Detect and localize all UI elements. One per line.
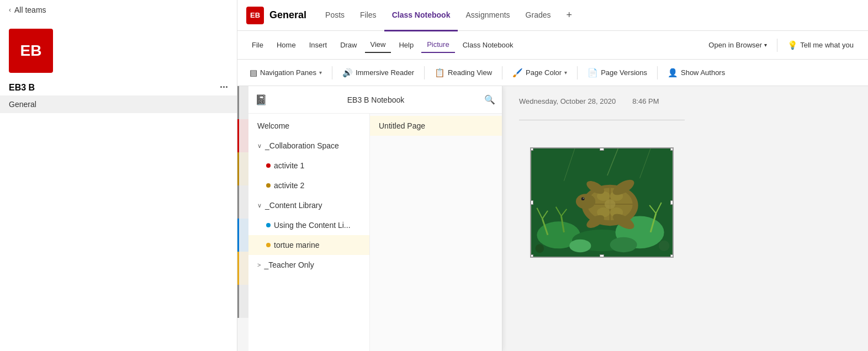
nav-list: Welcome ∨ _Collaboration Space activite … — [248, 114, 502, 351]
page-content-area[interactable] — [519, 114, 851, 131]
svg-point-27 — [581, 197, 585, 200]
notebook-panel: 📓 EB3 B Notebook 🔍 Welcome ∨ _C — [248, 86, 502, 351]
page-color-button[interactable]: 🖌️ Page Color ▾ — [507, 65, 573, 81]
tell-me-button[interactable]: 💡 Tell me what you — [782, 37, 859, 54]
tab-class-notebook[interactable]: Class Notebook — [384, 1, 458, 31]
dot-yellow-icon — [266, 243, 271, 247]
ribbon-insert[interactable]: Insert — [304, 38, 333, 52]
toolbar-sep2 — [424, 66, 425, 79]
section-color-tabs — [237, 86, 248, 351]
ribbon-home[interactable]: Home — [271, 38, 301, 52]
section-teacher-only[interactable]: > _Teacher Only — [248, 255, 369, 275]
team-name-row: EB3 B ··· — [0, 77, 237, 95]
section-activite-2[interactable]: activite 2 — [248, 176, 369, 195]
page-versions-icon: 📄 — [588, 68, 598, 78]
tab-assignments[interactable]: Assignments — [458, 1, 517, 31]
tab-bar: EB General Posts Files Class Notebook As… — [237, 0, 868, 31]
immersive-reader-icon: 🔊 — [342, 68, 353, 78]
open-browser-caret: ▾ — [764, 42, 767, 48]
page-versions-button[interactable]: 📄 Page Versions — [582, 65, 653, 81]
toolbar-sep3 — [502, 66, 502, 79]
section-list: Welcome ∨ _Collaboration Space activite … — [248, 114, 370, 351]
tab-files[interactable]: Files — [352, 1, 384, 31]
handle-bc — [600, 254, 604, 258]
back-arrow-icon: ‹ — [9, 6, 11, 14]
expand-icon: > — [257, 262, 261, 268]
svg-point-25 — [605, 199, 616, 209]
lightbulb-icon: 💡 — [787, 40, 798, 50]
team-options-button[interactable]: ··· — [220, 82, 228, 93]
handle-tl — [530, 147, 533, 151]
main-area: EB General Posts Files Class Notebook As… — [237, 0, 868, 351]
svg-point-16 — [659, 241, 670, 252]
nav-panes-icon: ▤ — [250, 68, 257, 78]
team-avatar: EB — [9, 29, 53, 73]
section-tab-6[interactable] — [237, 252, 248, 285]
toolbar-sep4 — [577, 66, 578, 79]
back-button[interactable]: ‹ All teams — [0, 0, 237, 20]
reading-view-button[interactable]: 📋 Reading View — [429, 65, 497, 81]
nav-panel: 📓 EB3 B Notebook 🔍 Welcome ∨ _C — [237, 86, 502, 351]
dot-red-icon — [266, 163, 271, 168]
toolbar-sep5 — [657, 66, 658, 79]
show-authors-icon: 👤 — [668, 68, 678, 78]
turtle-image[interactable] — [530, 147, 674, 258]
notebook-title: EB3 B Notebook — [272, 95, 480, 104]
ribbon-picture[interactable]: Picture — [421, 37, 454, 53]
ribbon-separator — [777, 39, 777, 52]
ribbon: File Home Insert Draw View Help Picture … — [237, 31, 868, 60]
search-icon[interactable]: 🔍 — [484, 94, 495, 105]
handle-tr — [670, 147, 674, 151]
handle-mr — [670, 200, 674, 205]
ribbon-view[interactable]: View — [365, 37, 391, 53]
section-tab-7[interactable] — [237, 285, 248, 318]
handle-bl — [530, 254, 533, 258]
section-welcome[interactable]: Welcome — [248, 116, 369, 136]
handle-ml — [530, 200, 533, 205]
section-tab-4[interactable] — [237, 185, 248, 219]
content-area: 📓 EB3 B Notebook 🔍 Welcome ∨ _C — [237, 86, 868, 351]
page-untitled[interactable]: Untitled Page — [370, 116, 502, 136]
svg-point-15 — [535, 244, 544, 253]
section-tab-1[interactable] — [237, 86, 248, 119]
section-content-library[interactable]: ∨ _Content Library — [248, 195, 369, 215]
reading-view-icon: 📋 — [435, 68, 445, 78]
page-color-icon: 🖌️ — [512, 68, 523, 78]
section-tab-3[interactable] — [237, 152, 248, 185]
open-in-browser-button[interactable]: Open in Browser ▾ — [703, 38, 772, 52]
ribbon-draw[interactable]: Draw — [335, 38, 362, 52]
section-activite-1[interactable]: activite 1 — [248, 156, 369, 176]
ribbon-class-notebook[interactable]: Class Notebook — [457, 38, 519, 52]
ribbon-help[interactable]: Help — [393, 38, 419, 52]
tab-grades[interactable]: Grades — [518, 1, 559, 31]
channel-item[interactable]: General — [0, 95, 237, 113]
collapse-icon-2: ∨ — [257, 202, 262, 209]
section-using-content[interactable]: Using the Content Li... — [248, 215, 369, 235]
section-collaboration-space[interactable]: ∨ _Collaboration Space — [248, 136, 369, 156]
svg-point-13 — [569, 240, 591, 253]
nav-panes-button[interactable]: ▤ Navigation Panes ▾ — [244, 65, 327, 81]
back-label: All teams — [14, 6, 46, 14]
handle-br — [670, 254, 674, 258]
dot-cyan-icon — [266, 223, 271, 227]
notebook-view: Wednesday, October 28, 2020 8:46 PM — [502, 86, 868, 351]
section-tortue-marine[interactable]: tortue marine — [248, 235, 369, 255]
ribbon-file[interactable]: File — [246, 38, 269, 52]
show-authors-button[interactable]: 👤 Show Authors — [662, 65, 731, 81]
nav-panes-caret: ▾ — [319, 70, 322, 76]
page-time: 8:46 PM — [632, 97, 659, 105]
open-browser-label: Open in Browser — [708, 41, 762, 49]
section-tab-5[interactable] — [237, 219, 248, 252]
svg-point-28 — [583, 198, 584, 199]
page-color-caret: ▾ — [564, 70, 567, 76]
dot-gold-icon — [266, 183, 271, 188]
toolbar-sep1 — [332, 66, 332, 79]
immersive-reader-button[interactable]: 🔊 Immersive Reader — [337, 65, 420, 81]
svg-point-14 — [610, 237, 637, 252]
team-icon-small: EB — [246, 7, 264, 24]
collapse-icon: ∨ — [257, 142, 262, 150]
team-name: EB3 B — [9, 83, 35, 93]
add-tab-button[interactable]: + — [559, 1, 580, 31]
section-tab-2[interactable] — [237, 119, 248, 152]
tab-posts[interactable]: Posts — [317, 1, 352, 31]
